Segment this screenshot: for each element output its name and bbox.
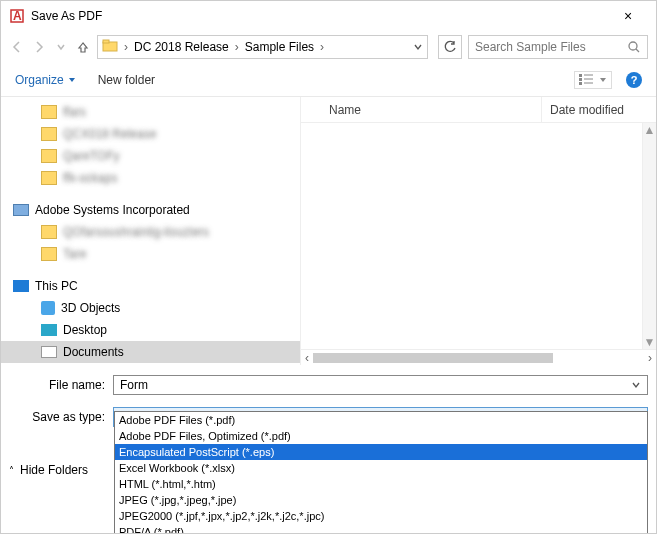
tree-documents[interactable]: Documents <box>1 341 300 363</box>
filename-value: Form <box>120 378 148 392</box>
tree-item[interactable]: QCX018 Release <box>1 123 300 145</box>
svg-line-5 <box>636 49 639 52</box>
tree-item[interactable]: ffk-ockaps <box>1 167 300 189</box>
svg-rect-6 <box>579 74 582 77</box>
tree-item[interactable]: ffars <box>1 101 300 123</box>
help-button[interactable]: ? <box>626 72 642 88</box>
chevron-right-icon: › <box>318 40 326 54</box>
chevron-right-icon: › <box>233 40 241 54</box>
title-bar: A Save As PDF × <box>1 1 656 31</box>
file-list-area: Name Date modified ▲▼ ‹ › <box>301 97 656 365</box>
folder-icon <box>41 127 57 141</box>
folder-icon <box>102 39 118 55</box>
tree-item[interactable]: QOfarsoushraintig-ilouzters <box>1 221 300 243</box>
folder-icon <box>41 247 57 261</box>
folder-tree[interactable]: ffars QCX018 Release QareTOFy ffk-ockaps… <box>1 97 301 365</box>
chevron-down-icon[interactable] <box>631 380 641 390</box>
documents-icon <box>41 346 57 358</box>
desktop-icon <box>41 324 57 336</box>
tree-item[interactable]: Tare <box>1 243 300 265</box>
file-list-body[interactable] <box>301 123 656 349</box>
horizontal-scrollbar[interactable]: ‹ › <box>301 349 656 365</box>
back-button[interactable] <box>9 39 25 55</box>
filename-label: File name: <box>9 378 113 392</box>
chevron-right-icon: › <box>122 40 130 54</box>
folder-icon <box>41 149 57 163</box>
filename-row: File name: Form <box>1 369 656 397</box>
breadcrumb-item[interactable]: DC 2018 Release <box>130 40 233 54</box>
chevron-up-icon: ˄ <box>9 465 14 476</box>
svg-text:A: A <box>13 9 22 23</box>
organize-menu[interactable]: Organize <box>15 73 76 87</box>
filetype-option[interactable]: PDF/A (*.pdf) <box>115 524 647 534</box>
scroll-thumb[interactable] <box>313 353 553 363</box>
folder-icon <box>41 225 57 239</box>
column-headers: Name Date modified <box>301 97 656 123</box>
svg-rect-8 <box>579 82 582 85</box>
pc-icon <box>13 280 29 292</box>
view-options-button[interactable] <box>574 71 612 89</box>
tree-desktop[interactable]: Desktop <box>1 319 300 341</box>
filetype-option[interactable]: Adobe PDF Files, Optimized (*.pdf) <box>115 428 647 444</box>
filetype-option[interactable]: JPEG2000 (*.jpf,*.jpx,*.jp2,*.j2k,*.j2c,… <box>115 508 647 524</box>
vertical-scrollbar[interactable]: ▲▼ <box>642 123 656 349</box>
disk-icon <box>13 204 29 216</box>
filename-input[interactable]: Form <box>113 375 648 395</box>
content-body: ffars QCX018 Release QareTOFy ffk-ockaps… <box>1 97 656 365</box>
pdf-app-icon: A <box>9 8 25 24</box>
nav-row: › DC 2018 Release › Sample Files › Searc… <box>1 31 656 63</box>
breadcrumb-item[interactable]: Sample Files <box>241 40 318 54</box>
search-icon <box>627 40 641 54</box>
svg-rect-7 <box>579 78 582 81</box>
forward-button[interactable] <box>31 39 47 55</box>
toolbar: Organize New folder ? <box>1 63 656 97</box>
column-date[interactable]: Date modified <box>542 97 642 122</box>
view-icon <box>579 74 595 86</box>
column-name[interactable]: Name <box>301 97 542 122</box>
filetype-option[interactable]: Excel Workbook (*.xlsx) <box>115 460 647 476</box>
tree-this-pc[interactable]: This PC <box>1 275 300 297</box>
savetype-label: Save as type: <box>9 410 113 424</box>
filetype-option-selected[interactable]: Encapsulated PostScript (*.eps) <box>115 444 647 460</box>
search-placeholder: Search Sample Files <box>475 40 586 54</box>
new-folder-button[interactable]: New folder <box>98 73 155 87</box>
hide-folders-toggle[interactable]: ˄ Hide Folders <box>9 463 88 477</box>
window-title: Save As PDF <box>31 9 608 23</box>
up-button[interactable] <box>75 39 91 55</box>
filetype-option[interactable]: JPEG (*.jpg,*.jpeg,*.jpe) <box>115 492 647 508</box>
organize-label: Organize <box>15 73 64 87</box>
scroll-right-icon[interactable]: › <box>648 351 652 365</box>
svg-point-4 <box>629 42 637 50</box>
scroll-left-icon[interactable]: ‹ <box>305 351 309 365</box>
chevron-down-icon <box>68 76 76 84</box>
refresh-button[interactable] <box>438 35 462 59</box>
tree-group[interactable]: Adobe Systems Incorporated <box>1 199 300 221</box>
savetype-options-list[interactable]: Adobe PDF Files (*.pdf) Adobe PDF Files,… <box>114 411 648 534</box>
recent-dropdown[interactable] <box>53 39 69 55</box>
tree-item[interactable]: QareTOFy <box>1 145 300 167</box>
chevron-down-icon <box>599 76 607 84</box>
chevron-down-icon[interactable] <box>413 42 423 52</box>
folder-icon <box>41 105 57 119</box>
search-input[interactable]: Search Sample Files <box>468 35 648 59</box>
svg-rect-3 <box>103 40 109 43</box>
folder-icon <box>41 171 57 185</box>
close-button[interactable]: × <box>608 8 648 24</box>
breadcrumb-bar[interactable]: › DC 2018 Release › Sample Files › <box>97 35 428 59</box>
filetype-option[interactable]: Adobe PDF Files (*.pdf) <box>115 412 647 428</box>
objects-icon <box>41 301 55 315</box>
filetype-option[interactable]: HTML (*.html,*.htm) <box>115 476 647 492</box>
tree-3d-objects[interactable]: 3D Objects <box>1 297 300 319</box>
hide-folders-label: Hide Folders <box>20 463 88 477</box>
